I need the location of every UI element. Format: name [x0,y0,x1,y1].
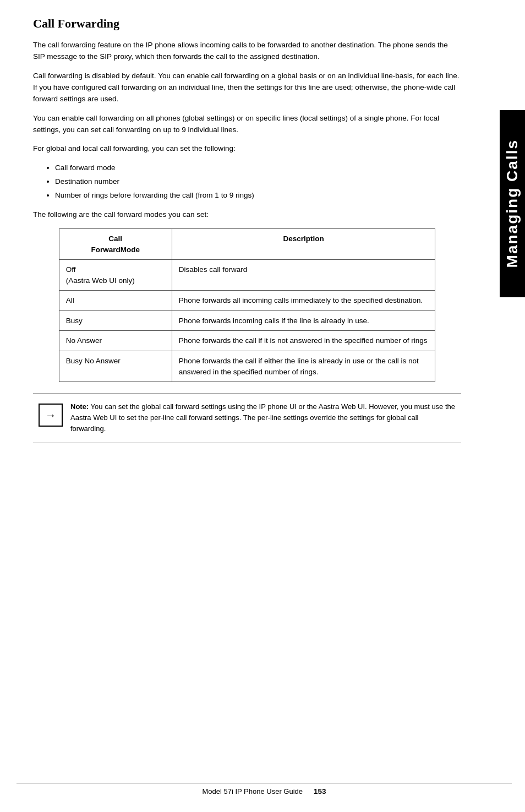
footer-text: Model 57i IP Phone User Guide [202,787,303,795]
bullet-item-1: Call forward mode [55,162,461,174]
footer-page: 153 [314,787,326,795]
forward-table: CallForwardMode Description Off(Aastra W… [59,228,436,382]
paragraph-4: For global and local call forwarding, yo… [33,143,461,155]
page-container: Managing Calls Call Forwarding The call … [0,0,525,812]
note-arrow-icon: → [39,404,63,427]
footer-inner: Model 57i IP Phone User Guide 153 [17,787,512,795]
note-content: You can set the global call forward sett… [70,402,455,433]
table-cell-description: Phone forwards the call if either the li… [172,351,435,382]
table-row: Busy No AnswerPhone forwards the call if… [59,351,435,382]
table-cell-description: Phone forwards incoming calls if the lin… [172,310,435,331]
table-row: Off(Aastra Web UI only)Disables call for… [59,260,435,291]
table-cell-description: Disables call forward [172,260,435,291]
paragraph-3: You can enable call forwarding on all ph… [33,113,461,136]
page-title: Call Forwarding [33,17,461,31]
note-label: Note: [70,402,89,411]
table-header-row: CallForwardMode Description [59,229,435,260]
table-cell-mode: All [59,291,172,311]
paragraph-5: The following are the call forward modes… [33,209,461,221]
bullet-item-2: Destination number [55,176,461,188]
table-cell-mode: Busy No Answer [59,351,172,382]
table-row: AllPhone forwards all incoming calls imm… [59,291,435,311]
table-cell-mode: Off(Aastra Web UI only) [59,260,172,291]
side-tab-text: Managing Calls [504,139,521,268]
main-content: Call Forwarding The call forwarding feat… [0,0,500,812]
bullet-list: Call forward mode Destination number Num… [55,162,461,201]
table-cell-description: Phone forwards the call if it is not ans… [172,331,435,351]
bullet-item-3: Number of rings before forwarding the ca… [55,190,461,201]
table-cell-mode: No Answer [59,331,172,351]
note-box: → Note: You can set the global call forw… [33,393,461,443]
table-row: No AnswerPhone forwards the call if it i… [59,331,435,351]
footer: Model 57i IP Phone User Guide 153 [17,783,512,795]
note-text: Note: You can set the global call forwar… [70,401,456,434]
table-cell-description: Phone forwards all incoming calls immedi… [172,291,435,311]
side-tab: Managing Calls [500,110,525,297]
table-header-mode: CallForwardMode [59,229,172,260]
table-header-description: Description [172,229,435,260]
table-row: BusyPhone forwards incoming calls if the… [59,310,435,331]
paragraph-2: Call forwarding is disabled by default. … [33,70,461,105]
paragraph-1: The call forwarding feature on the IP ph… [33,40,461,63]
table-cell-mode: Busy [59,310,172,331]
